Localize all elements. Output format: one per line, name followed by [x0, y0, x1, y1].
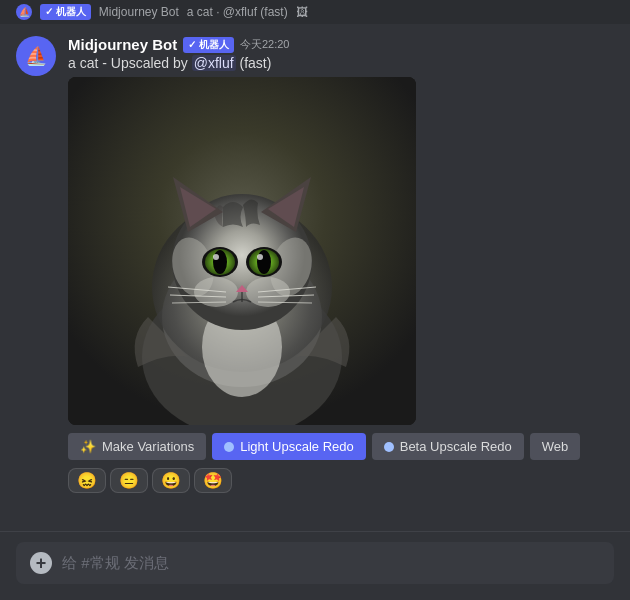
svg-point-20 — [213, 254, 219, 260]
reaction-emoji-2: 😀 — [161, 471, 181, 490]
bot-avatar-small: ⛵ — [16, 4, 32, 20]
light-upscale-redo-label: Light Upscale Redo — [240, 439, 353, 454]
cat-image — [68, 77, 416, 425]
cat-svg — [68, 77, 416, 425]
mention[interactable]: @xfluf — [192, 55, 236, 71]
beta-upscale-redo-button[interactable]: Beta Upscale Redo — [372, 433, 524, 460]
reaction-emoji-1: 😑 — [119, 471, 139, 490]
sub-text: a cat - Upscaled by @xfluf (fast) — [68, 55, 614, 71]
web-label: Web — [542, 439, 569, 454]
robot-badge: ✓ 机器人 — [183, 37, 234, 53]
reaction-1[interactable]: 😑 — [110, 468, 148, 493]
reaction-emoji-3: 🤩 — [203, 471, 223, 490]
svg-point-21 — [257, 254, 263, 260]
action-buttons: ✨ Make Variations Light Upscale Redo Bet… — [68, 433, 614, 460]
notification-text: Midjourney Bot — [99, 5, 179, 19]
beta-upscale-icon — [384, 442, 394, 452]
reaction-3[interactable]: 🤩 — [194, 468, 232, 493]
reaction-bar: 😖 😑 😀 🤩 — [68, 468, 614, 493]
add-attachment-button[interactable]: + — [30, 552, 52, 574]
image-icon: 🖼 — [296, 5, 308, 19]
avatar: ⛵ — [16, 36, 56, 76]
message-area: ⛵ Midjourney Bot ✓ 机器人 今天22:20 a cat - U… — [0, 24, 630, 531]
message-header: Midjourney Bot ✓ 机器人 今天22:20 — [68, 36, 614, 53]
beta-upscale-redo-label: Beta Upscale Redo — [400, 439, 512, 454]
light-upscale-icon — [224, 442, 234, 452]
reaction-emoji-0: 😖 — [77, 471, 97, 490]
make-variations-button[interactable]: ✨ Make Variations — [68, 433, 206, 460]
reaction-2[interactable]: 😀 — [152, 468, 190, 493]
speed-text: (fast) — [240, 55, 272, 71]
notification-bar: ⛵ ✓ 机器人 Midjourney Bot a cat · @xfluf (f… — [0, 0, 630, 24]
sparkles-icon: ✨ — [80, 439, 96, 454]
message-wrapper: ⛵ Midjourney Bot ✓ 机器人 今天22:20 a cat - U… — [0, 32, 630, 501]
svg-point-19 — [257, 250, 271, 274]
message-content: Midjourney Bot ✓ 机器人 今天22:20 a cat - Ups… — [68, 36, 614, 497]
robot-tag-small: ✓ 机器人 — [40, 4, 91, 20]
make-variations-label: Make Variations — [102, 439, 194, 454]
bot-name: Midjourney Bot — [68, 36, 177, 53]
input-placeholder[interactable]: 给 #常规 发消息 — [62, 554, 169, 573]
avatar-icon: ⛵ — [25, 45, 47, 67]
cat-image-container — [68, 77, 416, 425]
web-button[interactable]: Web — [530, 433, 581, 460]
reaction-0[interactable]: 😖 — [68, 468, 106, 493]
notification-cat-text: a cat · @xfluf (fast) — [187, 5, 288, 19]
sub-text-main: a cat - Upscaled by — [68, 55, 188, 71]
input-box: + 给 #常规 发消息 — [16, 542, 614, 584]
bottom-input-area: + 给 #常规 发消息 — [0, 531, 630, 600]
svg-point-18 — [213, 250, 227, 274]
timestamp: 今天22:20 — [240, 37, 290, 52]
light-upscale-redo-button[interactable]: Light Upscale Redo — [212, 433, 365, 460]
